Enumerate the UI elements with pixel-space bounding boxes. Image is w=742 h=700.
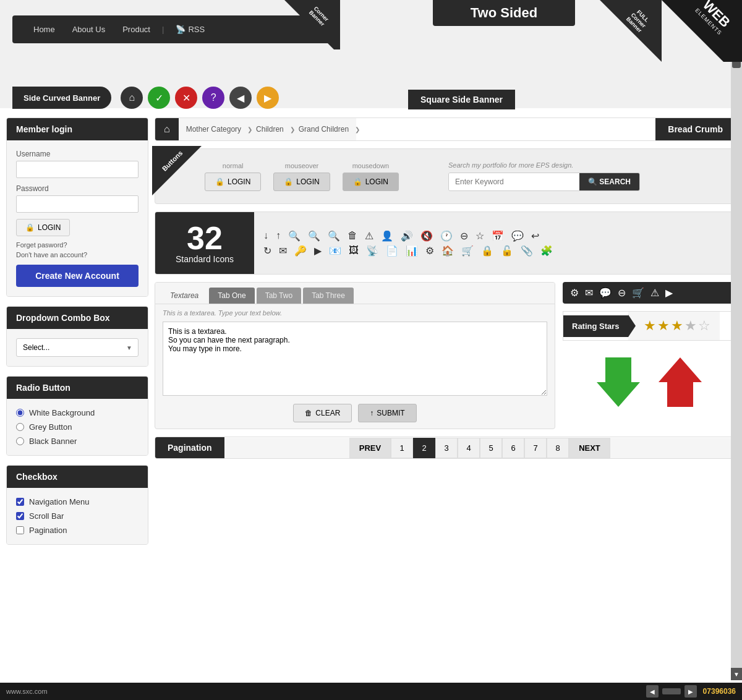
icon-reply[interactable]: ↩ (531, 230, 539, 242)
radio-black-banner[interactable]: Black Banner (16, 437, 139, 446)
login-down-btn[interactable]: 🔒 LOGIN (343, 173, 399, 191)
icon-clock[interactable]: 🕐 (440, 230, 453, 242)
mail-bar-icon[interactable]: ✉ (585, 287, 593, 299)
icon-chat[interactable]: 💬 (511, 230, 524, 242)
star-5[interactable]: ☆ (698, 318, 710, 334)
icon-doc[interactable]: 📄 (386, 245, 398, 257)
nav-home[interactable]: Home (25, 25, 64, 34)
login-hover-btn[interactable]: 🔒 LOGIN (273, 173, 330, 191)
check-icon-btn[interactable]: ✓ (148, 87, 170, 109)
home-icon-btn[interactable]: ⌂ (121, 87, 143, 109)
icon-calendar[interactable]: 📅 (492, 230, 504, 242)
icon-play[interactable]: ▶ (314, 245, 322, 257)
forget-password-link[interactable]: Forget pasword? (16, 241, 139, 249)
icon-download[interactable]: ↓ (263, 230, 268, 241)
icon-gear[interactable]: ⚙ (425, 245, 434, 257)
scroll-left-btn[interactable]: ◀ (646, 685, 659, 698)
icon-mail[interactable]: ✉ (279, 245, 287, 257)
page-6[interactable]: 6 (502, 438, 524, 458)
help-icon-btn[interactable]: ? (202, 87, 224, 109)
icon-image[interactable]: 🖼 (349, 245, 359, 256)
radio-white-input[interactable] (16, 409, 24, 417)
tab-one[interactable]: Tab One (209, 288, 254, 304)
icon-search[interactable]: 🔍 (328, 230, 340, 242)
login-normal-btn[interactable]: 🔒 LOGIN (205, 173, 261, 191)
icon-zoom-out[interactable]: 🔍 (308, 230, 320, 242)
page-4[interactable]: 4 (458, 438, 480, 458)
search-button[interactable]: 🔍 SEARCH (579, 173, 639, 190)
icon-mute[interactable]: 🔇 (420, 230, 433, 242)
gear-bar-icon[interactable]: ⚙ (570, 287, 579, 299)
pagination-checkbox[interactable] (16, 526, 24, 534)
icon-rss[interactable]: 📡 (366, 245, 378, 257)
password-input[interactable] (16, 195, 139, 213)
page-2-active[interactable]: 2 (413, 438, 435, 458)
icon-minus-circle[interactable]: ⊖ (460, 230, 468, 242)
nav-product[interactable]: Product (114, 25, 159, 34)
clear-button[interactable]: 🗑 CLEAR (293, 404, 352, 422)
submit-button[interactable]: ↑ SUBMIT (358, 404, 416, 422)
scroll-bar-checkbox[interactable] (16, 512, 24, 520)
arrow-left-btn[interactable]: ◀ (229, 87, 252, 109)
warning-bar-icon[interactable]: ⚠ (650, 287, 659, 299)
icon-key[interactable]: 🔑 (294, 245, 307, 257)
icon-puzzle[interactable]: 🧩 (540, 245, 553, 257)
icon-home[interactable]: 🏠 (441, 245, 454, 257)
star-3[interactable]: ★ (671, 318, 683, 334)
icon-lock[interactable]: 🔒 (481, 245, 493, 257)
star-2[interactable]: ★ (657, 318, 670, 334)
main-textarea[interactable]: This is a textarea. So you can have the … (163, 322, 547, 396)
create-account-button[interactable]: Create New Account (16, 265, 139, 287)
scroll-right-btn[interactable]: ▶ (684, 685, 697, 698)
page-7[interactable]: 7 (524, 438, 547, 458)
chat-bar-icon[interactable]: 💬 (599, 287, 612, 299)
nav-about[interactable]: About Us (64, 25, 114, 34)
page-3[interactable]: 3 (435, 438, 458, 458)
icon-warning[interactable]: ⚠ (365, 230, 373, 242)
close-icon-btn[interactable]: ✕ (175, 87, 197, 109)
green-down-arrow[interactable] (597, 357, 640, 407)
breadcrumb-home[interactable]: ⌂ (155, 118, 179, 140)
checkbox-scroll-bar[interactable]: Scroll Bar (16, 511, 139, 521)
radio-white-bg[interactable]: White Background (16, 408, 139, 417)
icon-chart[interactable]: 📊 (406, 245, 418, 257)
radio-grey-input[interactable] (16, 423, 24, 431)
rating-stars[interactable]: ★ ★ ★ ★ ☆ (628, 312, 720, 340)
icon-zoom-in[interactable]: 🔍 (288, 230, 301, 242)
radio-grey-btn[interactable]: Grey Button (16, 422, 139, 432)
tab-three[interactable]: Tab Three (303, 288, 354, 304)
cart-bar-icon[interactable]: 🛒 (632, 287, 644, 299)
combo-select[interactable]: Select... Option 1 Option 2 (16, 338, 139, 357)
star-1[interactable]: ★ (644, 318, 656, 334)
nav-rss[interactable]: 📡 RSS (167, 25, 213, 34)
arrow-right-btn[interactable]: ▶ (257, 87, 279, 109)
icon-speaker[interactable]: 🔊 (401, 230, 413, 242)
scroll-down-arrow[interactable]: ▼ (731, 668, 742, 680)
next-button[interactable]: NEXT (569, 438, 610, 458)
icon-cart[interactable]: 🛒 (461, 245, 474, 257)
nav-menu-checkbox[interactable] (16, 498, 24, 506)
page-8[interactable]: 8 (547, 438, 569, 458)
tab-two[interactable]: Tab Two (257, 288, 301, 304)
search-input[interactable] (449, 173, 579, 190)
icon-envelope[interactable]: 📧 (329, 245, 341, 257)
page-5[interactable]: 5 (480, 438, 502, 458)
login-button[interactable]: 🔒 LOGIN (16, 219, 70, 236)
checkbox-nav-menu[interactable]: Navigation Menu (16, 497, 139, 506)
radio-black-input[interactable] (16, 437, 24, 445)
icon-unlock[interactable]: 🔓 (501, 245, 513, 257)
username-input[interactable] (16, 161, 139, 178)
icon-upload[interactable]: ↑ (276, 230, 281, 241)
icon-star[interactable]: ☆ (475, 230, 484, 242)
page-1[interactable]: 1 (391, 438, 413, 458)
icon-user[interactable]: 👤 (381, 230, 393, 242)
checkbox-pagination[interactable]: Pagination (16, 526, 139, 535)
icon-clip[interactable]: 📎 (521, 245, 533, 257)
red-up-arrow[interactable] (659, 357, 702, 407)
star-4[interactable]: ★ (684, 318, 697, 334)
icon-trash[interactable]: 🗑 (348, 230, 357, 241)
minus-bar-icon[interactable]: ⊖ (618, 287, 626, 299)
play-bar-icon[interactable]: ▶ (665, 287, 673, 299)
icon-refresh[interactable]: ↻ (263, 245, 271, 257)
prev-button[interactable]: PREV (349, 438, 391, 458)
